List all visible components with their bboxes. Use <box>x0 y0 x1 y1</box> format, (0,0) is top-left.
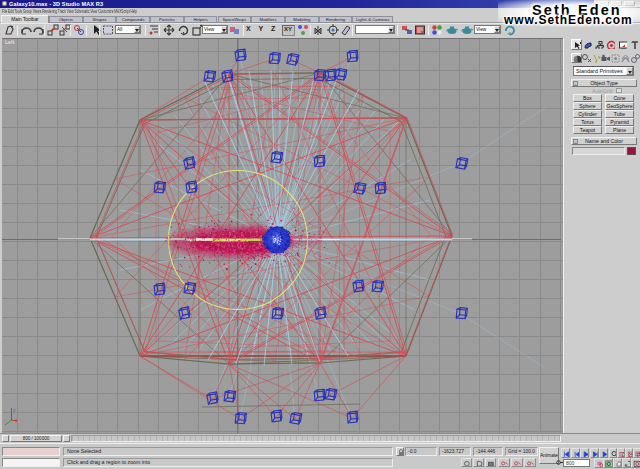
svg-text:z: z <box>13 407 16 413</box>
